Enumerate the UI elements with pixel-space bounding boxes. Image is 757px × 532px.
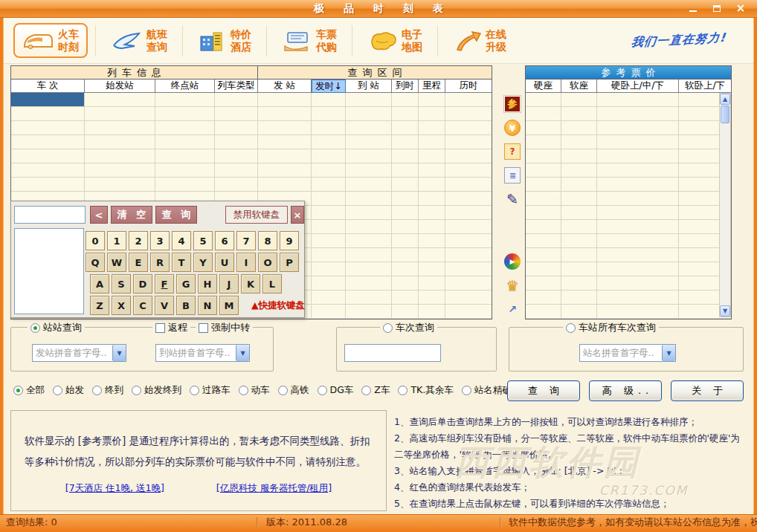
key-A[interactable]: A <box>90 274 109 293</box>
fare-row[interactable] <box>526 93 731 107</box>
train-number-input[interactable] <box>344 344 441 362</box>
table-row[interactable] <box>11 121 492 135</box>
key-Y[interactable]: Y <box>193 253 213 272</box>
key-6[interactable]: 6 <box>215 231 234 250</box>
column-header[interactable]: 终点站 <box>155 80 215 93</box>
crown-icon[interactable]: ♛ <box>504 277 521 293</box>
chevron-down-icon[interactable]: ▼ <box>236 345 249 361</box>
table-row[interactable] <box>11 135 492 149</box>
from-station-combo[interactable]: 发站拼音首字母.. ▼ <box>32 344 126 362</box>
edit-pencil-icon[interactable]: ✎ <box>504 191 521 207</box>
key-4[interactable]: 4 <box>172 231 191 250</box>
station-name-combo[interactable]: 站名拼音首字母.. ▼ <box>579 344 676 362</box>
column-header[interactable]: 始发站 <box>85 80 155 93</box>
column-header[interactable]: 历时 <box>445 80 492 93</box>
filter-option[interactable]: 过路车 <box>190 384 231 397</box>
forced-transfer-checkbox[interactable]: 强制中转 <box>196 321 253 334</box>
maximize-button[interactable] <box>708 2 726 15</box>
column-header[interactable]: 发 站 <box>258 80 312 93</box>
fare-row[interactable] <box>526 107 731 121</box>
key-K[interactable]: K <box>241 274 260 293</box>
key-D[interactable]: D <box>133 274 152 293</box>
key-V[interactable]: V <box>155 296 174 315</box>
toolbar-button-online-upgrade[interactable]: 在线升级 <box>445 25 514 56</box>
fare-row[interactable] <box>526 163 731 178</box>
hotel-promo-link[interactable]: [7天酒店 住1晚, 送1晚] <box>65 482 164 495</box>
fare-row[interactable] <box>526 149 731 163</box>
key-X[interactable]: X <box>112 296 131 315</box>
disable-soft-keyboard-button[interactable]: 禁用软键盘 <box>225 206 288 224</box>
key-5[interactable]: 5 <box>193 231 213 250</box>
filter-option[interactable]: 高铁 <box>278 384 309 397</box>
key-0[interactable]: 0 <box>86 231 105 250</box>
scroll-up-icon[interactable]: ▲ <box>720 94 730 105</box>
key-7[interactable]: 7 <box>236 231 256 250</box>
chevron-down-icon[interactable]: ▼ <box>662 345 675 361</box>
backspace-button[interactable]: < <box>90 206 108 224</box>
key-1[interactable]: 1 <box>107 231 126 250</box>
keyboard-close-button[interactable]: × <box>291 206 304 224</box>
filter-option[interactable]: 始发终到 <box>132 384 181 397</box>
media-player-icon[interactable]: ▶ <box>504 253 521 270</box>
table-row[interactable] <box>11 178 492 192</box>
toolbar-button-ticket-purchase[interactable]: 车票代购 <box>274 25 344 56</box>
column-header[interactable]: 列车类型 <box>215 80 258 93</box>
scroll-down-icon[interactable]: ▼ <box>720 305 730 317</box>
key-N[interactable]: N <box>198 296 217 315</box>
train-number-query-radio[interactable]: 车次查询 <box>380 321 437 334</box>
fare-row[interactable] <box>526 121 731 135</box>
about-button[interactable]: 关 于 <box>671 380 744 401</box>
fare-column-header[interactable]: 硬卧上/中/下 <box>597 80 679 93</box>
yuan-price-icon[interactable]: ¥ <box>504 120 521 136</box>
fare-row[interactable] <box>526 234 731 248</box>
key-2[interactable]: 2 <box>129 231 148 250</box>
query-button[interactable]: 查 询 <box>507 380 580 401</box>
return-trip-checkbox[interactable]: 返程 <box>152 321 190 334</box>
table-row[interactable] <box>11 163 492 178</box>
minimize-button[interactable] <box>684 2 702 15</box>
key-Z[interactable]: Z <box>90 296 109 315</box>
key-J[interactable]: J <box>219 274 239 293</box>
filter-option[interactable]: 动车 <box>239 384 270 397</box>
fare-row[interactable] <box>526 276 731 291</box>
key-T[interactable]: T <box>172 253 191 272</box>
close-button[interactable]: × <box>732 2 750 15</box>
key-L[interactable]: L <box>262 274 282 293</box>
toolbar-button-hotel-deals[interactable]: 特价酒店 <box>190 25 259 56</box>
chevron-down-icon[interactable]: ▼ <box>112 345 126 361</box>
key-H[interactable]: H <box>198 274 217 293</box>
fare-column-header[interactable]: 软卧上/下 <box>679 80 731 93</box>
fare-column-header[interactable]: 软座 <box>561 80 597 93</box>
fare-row[interactable] <box>526 291 731 305</box>
filter-option[interactable]: TK.其余车 <box>398 384 453 397</box>
key-E[interactable]: E <box>129 253 148 272</box>
to-station-combo[interactable]: 到站拼音首字母.. ▼ <box>155 344 250 362</box>
advanced-button[interactable]: 高 级.. <box>589 380 662 401</box>
toolbar-button-electronic-map[interactable]: 电子地图 <box>360 25 430 56</box>
table-row[interactable] <box>11 149 492 163</box>
key-F[interactable]: F <box>155 274 174 293</box>
filter-option[interactable]: DG车 <box>318 384 354 397</box>
key-B[interactable]: B <box>176 296 196 315</box>
shortcut-keyboard-label[interactable]: ▲快捷软键盘 <box>251 296 305 315</box>
filter-option[interactable]: 终到 <box>92 384 123 397</box>
key-P[interactable]: P <box>280 253 299 272</box>
station-query-radio[interactable]: 站站查询 <box>28 321 85 334</box>
key-Q[interactable]: Q <box>86 253 105 272</box>
key-8[interactable]: 8 <box>258 231 277 250</box>
filter-option[interactable]: 始发 <box>53 384 84 397</box>
key-O[interactable]: O <box>258 253 277 272</box>
key-M[interactable]: M <box>219 296 239 315</box>
fare-table-scrollbar[interactable]: ▲ ▼ <box>719 93 731 317</box>
scrollbar-thumb[interactable] <box>721 106 729 123</box>
key-S[interactable]: S <box>112 274 131 293</box>
reference-fare-icon[interactable]: 参 <box>504 96 521 112</box>
clear-button[interactable]: 清 空 <box>111 206 152 224</box>
column-header[interactable]: 里程 <box>419 80 445 93</box>
key-3[interactable]: 3 <box>150 231 170 250</box>
key-C[interactable]: C <box>133 296 152 315</box>
column-header[interactable]: 车 次 <box>11 80 85 93</box>
key-R[interactable]: R <box>150 253 170 272</box>
table-row[interactable] <box>11 93 492 107</box>
suggestion-listbox[interactable] <box>14 228 84 314</box>
